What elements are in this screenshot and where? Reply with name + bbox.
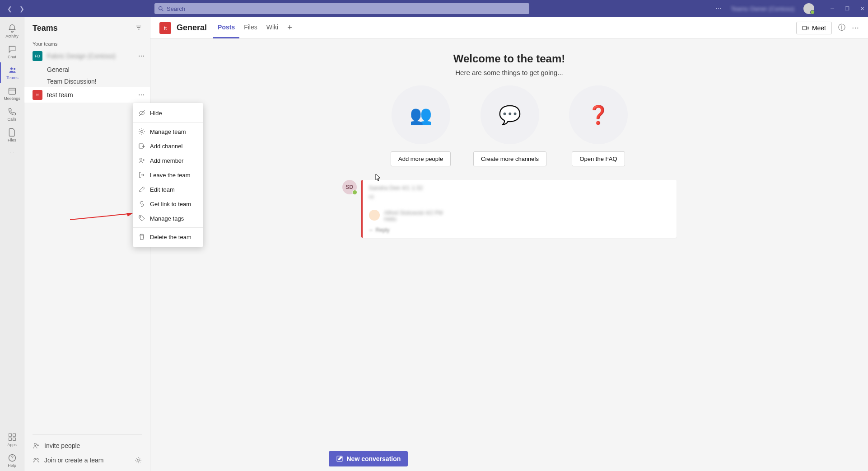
ctx-manage-tags[interactable]: Manage tags bbox=[133, 211, 203, 226]
channel-discussion[interactable]: Team Discussion! bbox=[24, 75, 150, 87]
gear-icon[interactable] bbox=[135, 457, 142, 464]
ctx-add-member[interactable]: Add member bbox=[133, 153, 203, 168]
rail-teams[interactable]: Teams bbox=[0, 62, 24, 83]
svg-point-18 bbox=[34, 458, 36, 460]
reply-avatar bbox=[369, 210, 380, 221]
svg-point-22 bbox=[141, 131, 143, 133]
svg-point-15 bbox=[34, 443, 37, 446]
channel-general[interactable]: General bbox=[24, 64, 150, 75]
team-avatar: tt bbox=[33, 90, 42, 100]
create-channels-button[interactable]: Create more channels bbox=[473, 151, 546, 166]
welcome-title: Welcome to the team! bbox=[150, 52, 868, 65]
title-bar: ❮ ❯ Search ⋯ Teams Owner (Contoso) ─ ❐ ✕ bbox=[0, 0, 868, 17]
team-row-test[interactable]: tt test team ⋯ bbox=[24, 87, 150, 103]
filter-icon[interactable] bbox=[135, 24, 142, 32]
svg-rect-7 bbox=[13, 434, 15, 437]
rail-meetings[interactable]: Meetings bbox=[0, 83, 24, 104]
info-icon[interactable]: ⓘ bbox=[838, 23, 845, 33]
svg-point-0 bbox=[159, 6, 162, 9]
svg-point-2 bbox=[10, 67, 13, 70]
team-name: test team bbox=[47, 91, 138, 99]
titlebar-more-icon[interactable]: ⋯ bbox=[715, 5, 722, 12]
svg-rect-30 bbox=[803, 26, 807, 30]
illustration-people: 👥 bbox=[392, 85, 450, 144]
rail-chat[interactable]: Chat bbox=[0, 42, 24, 62]
svg-point-26 bbox=[140, 158, 142, 160]
user-name: Teams Owner (Contoso) bbox=[731, 5, 794, 12]
sidebar-title: Teams bbox=[33, 24, 135, 33]
rail-calls[interactable]: Calls bbox=[0, 104, 24, 125]
invite-people[interactable]: Invite people bbox=[33, 438, 142, 453]
team-more-icon[interactable]: ⋯ bbox=[138, 52, 145, 60]
search-input[interactable]: Search bbox=[154, 3, 529, 14]
left-rail: Activity Chat Teams Meetings Calls Files… bbox=[0, 17, 24, 471]
meet-button[interactable]: Meet bbox=[796, 22, 832, 34]
cursor-icon bbox=[375, 174, 382, 184]
post-text: Hi bbox=[369, 194, 670, 200]
search-placeholder: Search bbox=[167, 5, 185, 12]
svg-point-29 bbox=[140, 217, 141, 217]
rail-more-icon[interactable]: ⋯ bbox=[0, 146, 24, 159]
ctx-edit-team[interactable]: Edit team bbox=[133, 182, 203, 197]
channel-team-avatar: tt bbox=[159, 22, 171, 34]
svg-point-20 bbox=[137, 459, 140, 462]
open-faq-button[interactable]: Open the FAQ bbox=[572, 151, 625, 166]
ctx-get-link[interactable]: Get link to team bbox=[133, 197, 203, 211]
welcome-panel: Welcome to the team! Here are some thing… bbox=[150, 52, 868, 166]
svg-point-3 bbox=[14, 68, 15, 70]
ctx-delete-team[interactable]: Delete the team bbox=[133, 230, 203, 244]
reply-text: Hello bbox=[384, 216, 443, 222]
rail-activity[interactable]: Activity bbox=[0, 21, 24, 42]
tab-wiki[interactable]: Wiki bbox=[262, 17, 283, 38]
rail-help[interactable]: ? Help bbox=[0, 450, 24, 471]
tab-posts[interactable]: Posts bbox=[213, 17, 239, 38]
post-avatar: SD bbox=[342, 180, 357, 194]
avatar[interactable] bbox=[803, 3, 814, 14]
team-more-icon[interactable]: ⋯ bbox=[138, 91, 145, 99]
reply-link[interactable]: ← Reply bbox=[369, 227, 670, 233]
header-more-icon[interactable]: ⋯ bbox=[852, 24, 859, 32]
illustration-channels: 💬 bbox=[481, 85, 539, 144]
channel-name: General bbox=[177, 23, 207, 33]
ctx-add-channel[interactable]: Add channel bbox=[133, 139, 203, 153]
svg-rect-8 bbox=[9, 438, 11, 441]
post-author: Sandra Dee 4/1 1:32 bbox=[369, 184, 670, 191]
maximize-icon[interactable]: ❐ bbox=[845, 6, 849, 12]
rail-files[interactable]: Files bbox=[0, 125, 24, 146]
channel-header: tt General Posts Files Wiki + Meet ⓘ ⋯ bbox=[150, 17, 868, 39]
section-your-teams: Your teams bbox=[24, 38, 150, 48]
svg-rect-4 bbox=[9, 88, 15, 94]
context-menu: Hide Manage team Add channel Add member … bbox=[133, 103, 203, 247]
main: tt General Posts Files Wiki + Meet ⓘ ⋯ W… bbox=[150, 17, 868, 471]
svg-point-19 bbox=[37, 458, 38, 460]
svg-rect-6 bbox=[9, 434, 11, 437]
team-avatar: FD bbox=[33, 51, 42, 61]
svg-text:?: ? bbox=[11, 455, 14, 460]
ctx-leave-team[interactable]: Leave the team bbox=[133, 168, 203, 182]
reply-author: Alfred Stokowski 4/2 PM bbox=[384, 210, 443, 216]
add-people-button[interactable]: Add more people bbox=[391, 151, 451, 166]
svg-rect-23 bbox=[139, 144, 143, 148]
team-name: Fabric Design (Contoso) bbox=[47, 52, 138, 60]
rail-apps[interactable]: Apps bbox=[0, 429, 24, 450]
ctx-manage-team[interactable]: Manage team bbox=[133, 124, 203, 139]
ctx-hide[interactable]: Hide bbox=[133, 106, 203, 120]
nav-back-icon[interactable]: ❮ bbox=[7, 5, 12, 12]
post: SD Sandra Dee 4/1 1:32 Hi Alfred Stokows… bbox=[342, 180, 677, 238]
nav-forward-icon[interactable]: ❯ bbox=[19, 5, 24, 12]
illustration-faq: ❓ bbox=[569, 85, 628, 144]
tab-files[interactable]: Files bbox=[239, 17, 262, 38]
welcome-subtitle: Here are some things to get going... bbox=[150, 69, 868, 76]
svg-line-1 bbox=[162, 9, 163, 11]
sidebar: Teams Your teams FD Fabric Design (Conto… bbox=[24, 17, 150, 471]
team-row[interactable]: FD Fabric Design (Contoso) ⋯ bbox=[24, 48, 150, 64]
close-icon[interactable]: ✕ bbox=[860, 6, 864, 12]
tab-add-icon[interactable]: + bbox=[283, 17, 297, 38]
new-conversation-button[interactable]: New conversation bbox=[329, 451, 408, 466]
svg-rect-9 bbox=[13, 438, 15, 441]
minimize-icon[interactable]: ─ bbox=[831, 6, 834, 12]
join-create-team[interactable]: Join or create a team bbox=[33, 453, 142, 467]
